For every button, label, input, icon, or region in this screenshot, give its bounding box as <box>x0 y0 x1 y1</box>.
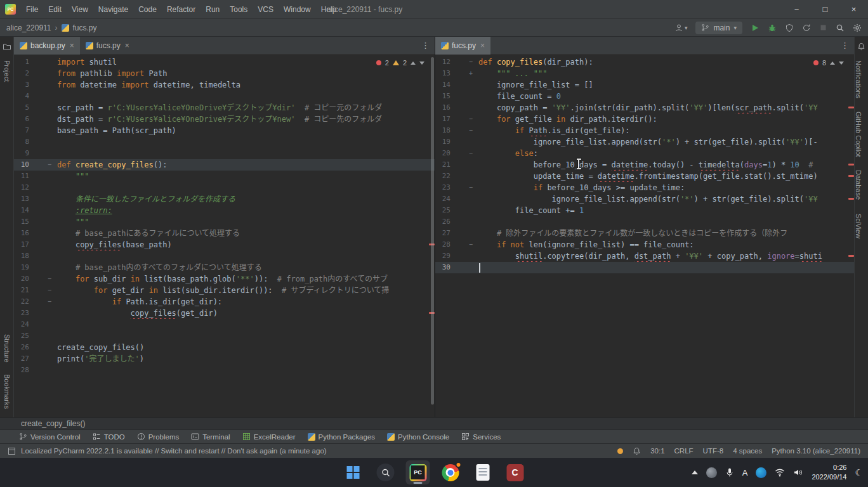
code-line[interactable]: 24 ignore_file_list.append(str('*') + st… <box>435 193 854 205</box>
line-number[interactable]: 11 <box>14 171 29 182</box>
prev-issue-icon[interactable] <box>411 62 416 65</box>
tool-stripe-sciview[interactable]: SciView <box>855 208 862 244</box>
line-number[interactable]: 22 <box>14 296 29 308</box>
line-number[interactable]: 2 <box>14 68 29 79</box>
code-line[interactable]: 12 <box>14 182 435 193</box>
fold-marker[interactable]: − <box>450 114 478 125</box>
toolwindow-terminal[interactable]: Terminal <box>191 432 230 441</box>
line-number[interactable]: 19 <box>435 136 450 148</box>
taskbar-notepad-icon[interactable] <box>471 460 495 484</box>
code-line[interactable]: 16 copy_path = '¥¥'.join(str(dir_path).s… <box>435 102 854 114</box>
line-number[interactable]: 17 <box>435 114 450 125</box>
menu-view[interactable]: View <box>67 3 93 16</box>
status-30-1[interactable]: 30:1 <box>650 447 664 455</box>
line-number[interactable]: 13 <box>14 193 29 205</box>
code-line[interactable]: 21 before_10_days = datetime.today() - t… <box>435 159 854 171</box>
notifications-bell-icon[interactable] <box>857 42 865 53</box>
line-number[interactable]: 19 <box>14 262 29 273</box>
fold-marker[interactable]: − <box>450 148 478 159</box>
line-number[interactable]: 3 <box>14 79 29 91</box>
line-number[interactable]: 15 <box>435 91 450 102</box>
line-number[interactable]: 9 <box>14 148 29 159</box>
toolwindow-services[interactable]: Services <box>461 432 501 441</box>
code-line[interactable]: 3from datetime import datetime, timedelt… <box>14 79 435 91</box>
code-line[interactable]: 25 file_count += 1 <box>435 205 854 216</box>
tab-backup-py[interactable]: backup.py× <box>14 37 80 55</box>
editor-body[interactable]: 1import shutil2from pathlib import Path3… <box>14 55 435 417</box>
code-line[interactable]: 26create_copy_files() <box>14 342 435 353</box>
tray-chevron-up-icon[interactable] <box>692 471 698 474</box>
line-number[interactable]: 15 <box>14 216 29 228</box>
code-line[interactable]: 2from pathlib import Path <box>14 68 435 79</box>
fold-marker[interactable]: − <box>29 296 57 308</box>
code-line[interactable]: 15 """ <box>14 216 435 228</box>
code-line[interactable]: 27 # 除外ファイルの要素数とファイル数が一致しないときはコピーを作成する（除… <box>435 228 854 239</box>
debug-button[interactable] <box>768 23 777 32</box>
status-bell-icon[interactable] <box>633 447 641 455</box>
status-4-spaces[interactable]: 4 spaces <box>733 447 762 455</box>
git-branch-widget[interactable]: main ▾ <box>695 22 742 34</box>
volume-icon[interactable] <box>793 468 803 477</box>
line-number[interactable]: 12 <box>435 56 450 68</box>
line-number[interactable]: 10 <box>14 159 29 171</box>
fold-marker[interactable]: − <box>29 273 57 285</box>
code-line[interactable]: 26 <box>435 216 854 228</box>
code-line[interactable]: 13+ """ ... """ <box>435 68 854 79</box>
line-number[interactable]: 7 <box>14 125 29 136</box>
scrollbar-thumb[interactable] <box>431 57 434 405</box>
menu-refactor[interactable]: Refactor <box>162 3 201 16</box>
fold-marker[interactable]: − <box>450 56 478 68</box>
line-number[interactable]: 17 <box>14 239 29 250</box>
menu-tools[interactable]: Tools <box>225 3 253 16</box>
ime-mode-indicator[interactable]: A <box>742 468 748 477</box>
fold-marker[interactable]: + <box>450 68 478 79</box>
status-notification-dot-icon[interactable] <box>617 448 623 454</box>
editor-body[interactable]: 12−def copy_files(dir_path):13+ """ ... … <box>435 55 854 417</box>
status-python-3-10-alice-220911[interactable]: Python 3.10 (alice_220911) <box>772 447 860 455</box>
line-number[interactable]: 25 <box>14 330 29 342</box>
line-number[interactable]: 6 <box>14 114 29 125</box>
menu-run[interactable]: Run <box>201 3 225 16</box>
line-number[interactable]: 20 <box>435 148 450 159</box>
status-message[interactable]: Localized PyCharm 2022.2.1 is available … <box>21 447 327 455</box>
code-line[interactable]: 22 update_time = datetime.fromtimestamp(… <box>435 171 854 182</box>
tool-stripe-notifications[interactable]: Notifications <box>855 55 862 104</box>
menu-window[interactable]: Window <box>279 3 316 16</box>
code-line[interactable]: 18 <box>14 250 435 262</box>
run-with-coverage-button[interactable] <box>785 23 794 32</box>
user-dropdown-icon[interactable]: ▾ <box>674 23 688 32</box>
line-number[interactable]: 27 <box>14 353 29 365</box>
menu-file[interactable]: File <box>21 3 43 16</box>
tray-app-icon[interactable] <box>706 467 717 478</box>
line-number[interactable]: 16 <box>14 228 29 239</box>
line-number[interactable]: 24 <box>435 193 450 205</box>
line-number[interactable]: 14 <box>14 205 29 216</box>
line-number[interactable]: 26 <box>435 216 450 228</box>
code-line[interactable]: 13 条件に一致したファイルとフォルダを作成する <box>14 193 435 205</box>
run-button[interactable] <box>751 23 760 32</box>
toolwindow-python-packages[interactable]: Python Packages <box>308 433 376 441</box>
fold-marker[interactable]: − <box>450 239 478 250</box>
code-line[interactable]: 8 <box>14 136 435 148</box>
tool-stripe-project[interactable]: Project <box>3 55 11 88</box>
breadcrumb-item-fucs-py[interactable]: fucs.py <box>73 23 97 32</box>
focus-assist-moon-icon[interactable]: ☾ <box>855 467 863 477</box>
code-line[interactable]: 24 <box>14 319 435 330</box>
tool-stripe-github-copilot[interactable]: GitHub Copilot <box>855 106 862 163</box>
fold-marker[interactable]: − <box>29 159 57 171</box>
line-number[interactable]: 29 <box>435 250 450 262</box>
code-line[interactable]: 19 # base_path内のすべてのフォルダについて処理する <box>14 262 435 273</box>
menu-code[interactable]: Code <box>133 3 162 16</box>
code-line[interactable]: 27print('完了しました') <box>14 353 435 365</box>
toolwindow-switcher-icon[interactable] <box>8 447 16 455</box>
maximize-button[interactable]: □ <box>811 0 839 19</box>
line-number[interactable]: 22 <box>435 171 450 182</box>
code-line[interactable]: 14 :return: <box>14 205 435 216</box>
code-line[interactable]: 22− if Path.is_dir(get_dir): <box>14 296 435 308</box>
prev-issue-icon[interactable] <box>830 62 835 65</box>
line-number[interactable]: 14 <box>435 79 450 91</box>
code-line[interactable]: 14 ignore_file_list = [] <box>435 79 854 91</box>
code-line[interactable]: 12−def copy_files(dir_path): <box>435 56 854 68</box>
code-line[interactable]: 15 file_count = 0 <box>435 91 854 102</box>
code-line[interactable]: 11 """ <box>14 171 435 182</box>
